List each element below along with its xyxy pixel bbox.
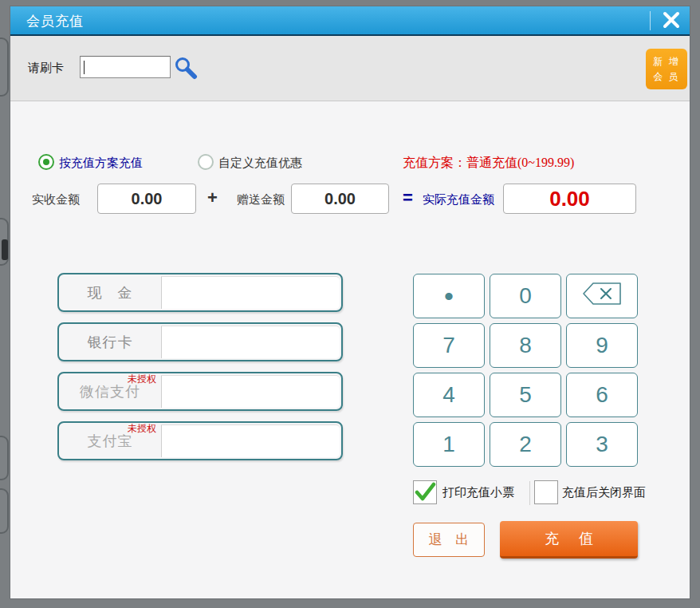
close-button[interactable] [658, 10, 685, 34]
actual-amount-value: 0.00 [549, 187, 590, 211]
recharge-button-label: 充 值 [545, 529, 601, 548]
screen: 会员充值 请刷卡 新 增 会 员 [0, 0, 700, 608]
payment-bankcard-row[interactable]: 银行卡 [57, 322, 343, 361]
gift-amount-label: 赠送金额 [237, 192, 285, 207]
options-divider [529, 481, 530, 505]
radio-custom[interactable] [198, 154, 214, 170]
dialog-title: 会员充值 [26, 12, 84, 30]
actual-amount-input[interactable]: 0.00 [503, 184, 636, 214]
background-window-button [0, 488, 9, 534]
close-icon [662, 10, 681, 33]
scheme-info-text: 充值方案：普通充值(0~199.99) [403, 155, 574, 172]
key-3[interactable]: 3 [566, 422, 638, 467]
received-amount-label: 实收金额 [32, 192, 80, 207]
payment-bankcard-label: 银行卡 [59, 324, 161, 360]
payment-wechat-row[interactable]: 微信支付 未授权 [57, 372, 343, 411]
recharge-button[interactable]: 充 值 [500, 521, 638, 559]
search-button[interactable] [174, 56, 198, 80]
key-6[interactable]: 6 [566, 373, 638, 417]
payment-alipay-row[interactable]: 支付宝 未授权 [57, 421, 343, 460]
dialog-titlebar: 会员充值 [10, 6, 690, 36]
print-receipt-checkbox[interactable] [413, 480, 437, 504]
plus-sign: + [207, 188, 218, 208]
gift-amount-value: 0.00 [324, 190, 356, 208]
search-icon [174, 69, 198, 82]
radio-custom-label[interactable]: 自定义充值优惠 [218, 156, 302, 171]
key-8[interactable]: 8 [490, 323, 561, 368]
exit-button-label: 退 出 [429, 531, 474, 549]
payment-cash-row[interactable]: 现 金 [57, 273, 343, 312]
actual-amount-label: 实际充值金额 [423, 192, 494, 207]
print-receipt-label[interactable]: 打印充值小票 [442, 485, 514, 500]
add-member-button[interactable]: 新 增 会 员 [646, 49, 687, 89]
payment-wechat-input[interactable] [161, 375, 340, 408]
payment-cash-label: 现 金 [59, 274, 161, 310]
equals-sign: = [403, 188, 413, 208]
backspace-icon [582, 282, 622, 311]
add-member-label-line2: 会 员 [646, 69, 687, 85]
payment-alipay-input[interactable] [161, 424, 340, 457]
radio-by-scheme-label[interactable]: 按充值方案充值 [59, 156, 143, 171]
radio-selected-dot [43, 159, 49, 165]
background-window-button [0, 38, 9, 97]
check-icon [414, 492, 436, 506]
key-5[interactable]: 5 [490, 373, 561, 417]
background-window-button [0, 436, 9, 480]
key-1[interactable]: 1 [413, 422, 485, 467]
payment-wechat-badge: 未授权 [128, 373, 156, 385]
member-recharge-dialog: 会员充值 请刷卡 新 增 会 员 [10, 6, 690, 598]
key-2[interactable]: 2 [490, 422, 561, 467]
radio-by-scheme[interactable] [38, 154, 54, 170]
gift-amount-input[interactable]: 0.00 [291, 184, 389, 214]
key-7[interactable]: 7 [413, 323, 485, 368]
text-caret [84, 61, 85, 74]
close-after-label[interactable]: 充值后关闭界面 [562, 485, 646, 500]
card-number-input[interactable] [80, 56, 171, 78]
received-amount-input[interactable]: 0.00 [97, 184, 196, 214]
payment-bankcard-input[interactable] [161, 326, 340, 358]
payment-alipay-badge: 未授权 [128, 423, 156, 434]
payment-cash-input[interactable] [161, 276, 340, 309]
key-9[interactable]: 9 [566, 323, 638, 368]
key-0[interactable]: 0 [490, 274, 561, 318]
received-amount-value: 0.00 [132, 190, 163, 208]
key-backspace[interactable] [566, 274, 638, 318]
key-4[interactable]: 4 [413, 373, 485, 417]
exit-button[interactable]: 退 出 [413, 523, 485, 557]
add-member-label-line1: 新 增 [646, 54, 687, 69]
swipe-card-label: 请刷卡 [28, 61, 64, 76]
close-after-checkbox[interactable] [534, 480, 558, 504]
background-window-fragment [2, 239, 8, 260]
titlebar-divider [650, 11, 651, 30]
key-dot[interactable]: • [413, 274, 485, 318]
